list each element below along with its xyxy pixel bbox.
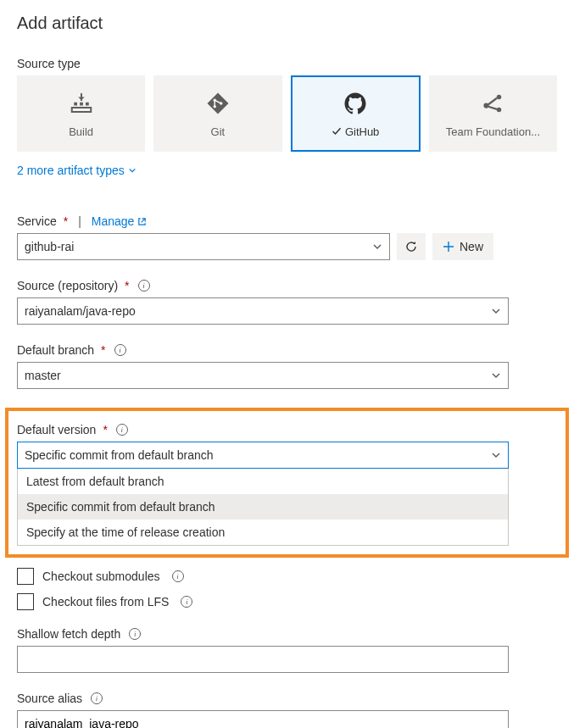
dropdown-option[interactable]: Specify at the time of release creation [18,520,508,545]
tile-label: Git [211,125,226,138]
checkout-lfs-checkbox[interactable] [17,593,34,610]
required-marker: * [101,343,105,357]
external-link-icon [137,217,147,226]
repository-label: Source (repository) [17,279,118,292]
info-icon: i [116,424,128,436]
tile-git[interactable]: Git [153,75,281,152]
info-icon: i [91,692,103,704]
chevron-down-icon [491,306,501,316]
service-label: Service [17,214,57,228]
info-icon: i [138,280,150,292]
git-icon [204,90,231,117]
svg-line-13 [488,106,497,108]
svg-rect-2 [86,102,89,105]
source-alias-label: Source alias [17,692,82,705]
dropdown-option[interactable]: Specific commit from default branch [18,494,508,520]
default-version-select[interactable]: Specific commit from default branch [17,442,509,469]
required-marker: * [125,279,129,292]
build-icon [68,90,95,117]
checkout-submodules-label: Checkout submodules [42,570,160,583]
info-icon: i [129,628,141,640]
default-branch-label: Default branch [17,343,94,357]
page-title: Add artifact [17,14,557,33]
chevron-down-icon [491,450,501,460]
service-select[interactable]: github-rai [17,233,390,260]
chevron-down-icon [372,242,382,252]
chevron-down-icon [128,166,137,175]
source-alias-input[interactable] [17,710,509,728]
checkout-submodules-checkbox[interactable] [17,568,34,585]
tile-label: GitHub [345,125,379,138]
tile-github[interactable]: GitHub [291,75,421,152]
default-branch-select[interactable]: master [17,362,509,389]
info-icon: i [181,596,192,608]
check-icon [332,126,342,136]
default-version-label: Default version [17,423,96,436]
tfvc-icon [479,90,506,117]
svg-rect-1 [80,102,83,105]
default-version-dropdown: Latest from default branch Specific comm… [17,469,509,546]
more-artifact-types-link[interactable]: 2 more artifact types [17,164,137,177]
shallow-fetch-label: Shallow fetch depth [17,627,120,641]
svg-point-10 [497,94,502,99]
tile-build[interactable]: Build [17,75,145,152]
tile-label: Team Foundation... [446,125,540,138]
info-icon: i [114,344,126,356]
default-version-highlight: Default version * i Specific commit from… [5,408,569,558]
source-type-label: Source type [17,57,557,70]
tile-tfvc[interactable]: Team Foundation... [429,75,557,152]
info-icon: i [172,570,184,582]
new-button[interactable]: New [432,233,493,260]
svg-line-12 [488,97,497,104]
plus-icon [443,241,454,253]
refresh-icon [404,240,418,253]
dropdown-option[interactable]: Latest from default branch [18,469,508,494]
chevron-down-icon [491,370,501,381]
required-marker: * [103,423,107,436]
refresh-button[interactable] [397,233,426,260]
source-type-tiles: Build Git [17,75,557,152]
required-marker: * [64,214,68,228]
tile-label: Build [69,125,93,138]
github-icon [342,90,369,117]
svg-rect-3 [71,108,91,112]
checkout-lfs-label: Checkout files from LFS [42,595,169,609]
repository-select[interactable]: raiyanalam/java-repo [17,297,509,325]
svg-rect-0 [74,102,77,105]
svg-point-11 [497,107,502,112]
shallow-fetch-input[interactable] [17,646,509,673]
manage-link[interactable]: Manage [92,214,148,228]
